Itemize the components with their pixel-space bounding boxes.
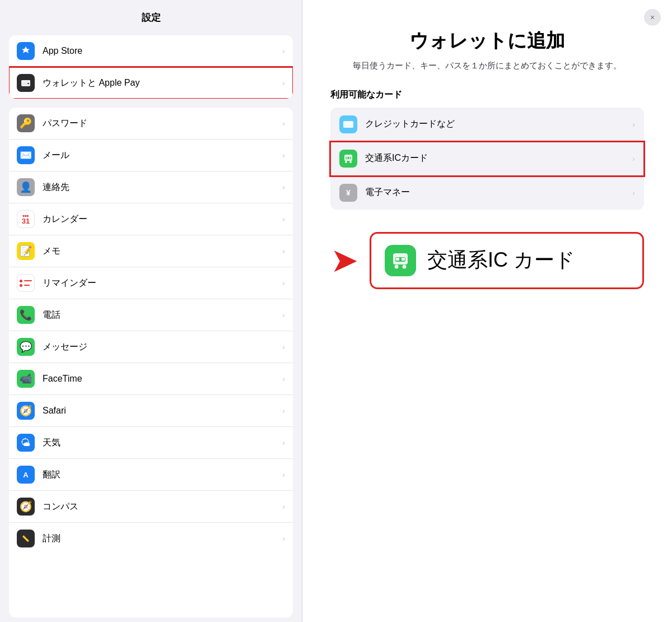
weather-chevron: › [282,438,285,447]
sidebar-item-mail[interactable]: ✉️ メール › [9,140,293,171]
credit-card-label: クレジットカードなど [365,118,632,130]
weather-icon: 🌤 [17,434,35,452]
sidebar-item-weather[interactable]: 🌤 天気 › [9,427,293,459]
translate-chevron: › [282,470,285,479]
compass-label: コンパス [43,501,278,513]
sidebar-item-contacts[interactable]: 👤 連絡先 › [9,171,293,203]
weather-label: 天気 [43,437,278,449]
messages-icon: 💬 [17,338,35,356]
available-cards-label: 利用可能なカード [330,89,644,101]
sidebar-item-measure[interactable]: 📏 計測 › [9,523,293,554]
close-icon: × [650,13,655,22]
big-transit-card[interactable]: 交通系IC カード [370,232,644,289]
sidebar-item-translate[interactable]: A 翻訳 › [9,459,293,491]
svg-point-7 [349,161,352,163]
notes-icon: 📝 [17,242,35,260]
credit-card-icon [339,115,357,133]
sidebar-item-calendar[interactable]: ■■■ 31 カレンダー › [9,203,293,235]
arrow-row: ➤ 交通系IC カード [330,232,644,289]
sidebar-item-notes[interactable]: 📝 メモ › [9,235,293,267]
sidebar-item-compass[interactable]: 🧭 コンパス › [9,491,293,523]
sidebar-item-appstore[interactable]: App Store › [9,35,293,67]
right-subtitle: 毎日使うカード、キー、パスを１か所にまとめておくことができます。 [330,59,644,72]
card-item-transit[interactable]: 交通系ICカード › [330,142,644,176]
card-item-credit[interactable]: クレジットカードなど › [330,108,644,142]
calendar-icon: ■■■ 31 [17,210,35,228]
emoney-card-label: 電子マネー [365,187,632,198]
emoney-card-chevron: › [632,188,635,197]
reminders-icon [17,274,35,292]
svg-point-12 [395,264,399,268]
red-arrow-icon: ➤ [330,244,358,277]
notes-label: メモ [43,245,278,257]
svg-point-13 [403,264,407,268]
measure-chevron: › [282,534,285,543]
card-item-emoney[interactable]: ¥ 電子マネー › [330,176,644,210]
reminders-label: リマインダー [43,277,278,289]
notes-chevron: › [282,247,285,256]
svg-rect-2 [27,83,29,84]
sidebar-item-reminders[interactable]: リマインダー › [9,267,293,299]
credit-card-chevron: › [632,120,635,129]
wallet-chevron: › [282,78,285,87]
wallet-label: ウォレットと Apple Pay [43,77,278,89]
main-settings-section: 🔑 パスワード › ✉️ メール › 👤 連絡先 › ■■■ 31 カレンダー … [9,108,293,618]
contacts-icon: 👤 [17,178,35,196]
big-transit-label: 交通系IC カード [427,247,575,274]
card-list: クレジットカードなど › 交通系ICカード › ¥ 電子マネー › [330,108,644,210]
svg-rect-10 [349,157,351,159]
transit-card-label: 交通系ICカード [365,152,632,164]
translate-label: 翻訳 [43,469,278,481]
compass-icon: 🧭 [17,498,35,516]
sidebar-item-safari[interactable]: 🧭 Safari › [9,395,293,427]
big-transit-icon [385,245,416,276]
left-panel: 設定 App Store › ウォレットと Apple Pay › [0,0,302,622]
messages-chevron: › [282,342,285,351]
facetime-chevron: › [282,374,285,383]
transit-card-chevron: › [632,154,635,163]
translate-icon: A [17,466,35,484]
sidebar-item-password[interactable]: 🔑 パスワード › [9,108,293,140]
settings-title: 設定 [0,0,302,31]
sidebar-item-phone[interactable]: 📞 電話 › [9,299,293,331]
svg-rect-4 [343,123,353,124]
mail-label: メール [43,150,278,161]
contacts-label: 連絡先 [43,182,278,193]
messages-label: メッセージ [43,341,278,353]
appstore-chevron: › [282,47,285,55]
svg-rect-16 [402,258,405,261]
safari-label: Safari [43,406,278,416]
phone-label: 電話 [43,309,278,321]
password-chevron: › [282,119,285,128]
calendar-chevron: › [282,215,285,224]
close-button[interactable]: × [644,9,661,26]
right-panel: × ウォレットに追加 毎日使うカード、キー、パスを１か所にまとめておくことができ… [302,0,672,622]
svg-rect-15 [396,258,399,261]
right-title: ウォレットに追加 [330,28,644,54]
phone-icon: 📞 [17,306,35,324]
facetime-label: FaceTime [43,374,278,384]
mail-chevron: › [282,151,285,160]
compass-chevron: › [282,502,285,511]
phone-chevron: › [282,310,285,319]
mail-icon: ✉️ [17,146,35,164]
appstore-icon [17,42,35,60]
sidebar-item-facetime[interactable]: 📹 FaceTime › [9,363,293,395]
top-settings-section: App Store › ウォレットと Apple Pay › [9,35,293,99]
appstore-label: App Store [43,46,278,56]
safari-chevron: › [282,406,285,415]
wallet-icon [17,74,35,92]
svg-rect-1 [21,80,30,82]
facetime-icon: 📹 [17,370,35,388]
calendar-label: カレンダー [43,213,278,225]
transit-card-icon [339,150,357,168]
measure-icon: 📏 [17,530,35,547]
emoney-card-icon: ¥ [339,184,357,202]
sidebar-item-messages[interactable]: 💬 メッセージ › [9,331,293,363]
reminders-chevron: › [282,278,285,287]
svg-rect-9 [346,157,348,159]
sidebar-item-wallet[interactable]: ウォレットと Apple Pay › [9,67,293,99]
password-icon: 🔑 [17,114,35,132]
measure-label: 計測 [43,533,278,545]
contacts-chevron: › [282,183,285,192]
